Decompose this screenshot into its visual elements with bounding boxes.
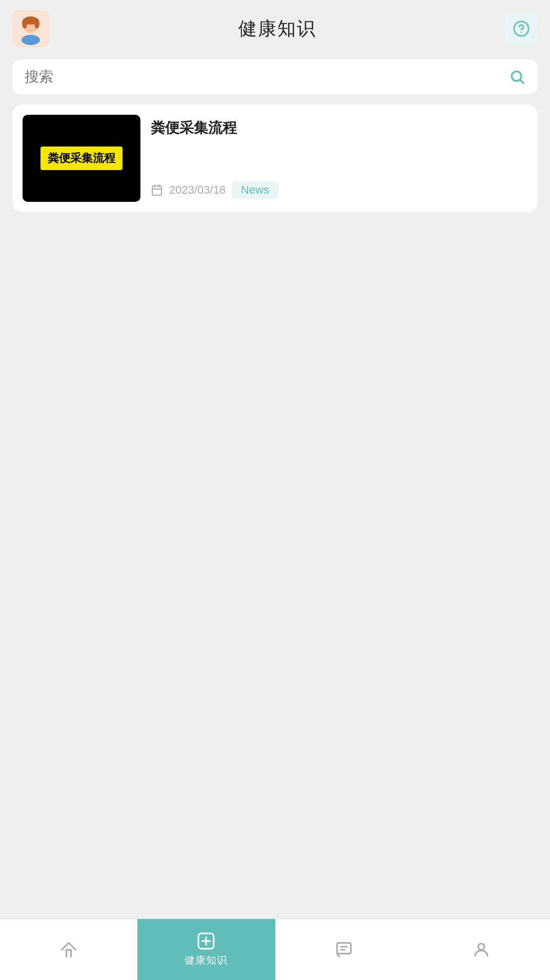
search-bar bbox=[12, 59, 538, 94]
svg-rect-14 bbox=[337, 943, 351, 953]
svg-point-0 bbox=[22, 35, 40, 45]
svg-line-8 bbox=[520, 80, 523, 83]
bottom-nav: 健康知识 bbox=[0, 919, 550, 980]
nav-label-health: 健康知识 bbox=[185, 953, 228, 967]
article-date: 2023/03/18 bbox=[169, 183, 226, 197]
svg-rect-9 bbox=[152, 186, 161, 195]
nav-item-chat[interactable] bbox=[275, 919, 413, 980]
nav-item-health[interactable]: 健康知识 bbox=[137, 919, 275, 980]
avatar[interactable] bbox=[12, 10, 49, 47]
nav-item-profile[interactable] bbox=[413, 919, 550, 980]
home-icon bbox=[59, 941, 78, 959]
search-button[interactable] bbox=[509, 69, 525, 85]
article-title: 粪便采集流程 bbox=[151, 118, 527, 138]
article-thumbnail: 粪便采集流程 bbox=[23, 115, 140, 202]
search-input[interactable] bbox=[25, 69, 503, 85]
svg-point-4 bbox=[34, 18, 39, 29]
svg-point-3 bbox=[22, 18, 27, 29]
page-title: 健康知识 bbox=[238, 16, 316, 41]
news-badge: News bbox=[232, 181, 278, 199]
content-area: 粪便采集流程 粪便采集流程 2023/03/18 News bbox=[0, 105, 550, 919]
chat-icon bbox=[335, 941, 353, 959]
article-info: 粪便采集流程 2023/03/18 News bbox=[151, 115, 527, 202]
health-icon bbox=[197, 932, 215, 950]
profile-icon bbox=[472, 941, 491, 959]
thumbnail-label: 粪便采集流程 bbox=[40, 147, 123, 170]
article-card[interactable]: 粪便采集流程 粪便采集流程 2023/03/18 News bbox=[12, 105, 538, 212]
nav-item-home[interactable] bbox=[0, 919, 137, 980]
svg-point-17 bbox=[478, 944, 484, 950]
help-button[interactable] bbox=[505, 12, 538, 45]
calendar-icon bbox=[151, 184, 163, 196]
header: 健康知识 bbox=[0, 0, 550, 55]
article-meta: 2023/03/18 News bbox=[151, 181, 527, 199]
search-container bbox=[12, 59, 538, 94]
